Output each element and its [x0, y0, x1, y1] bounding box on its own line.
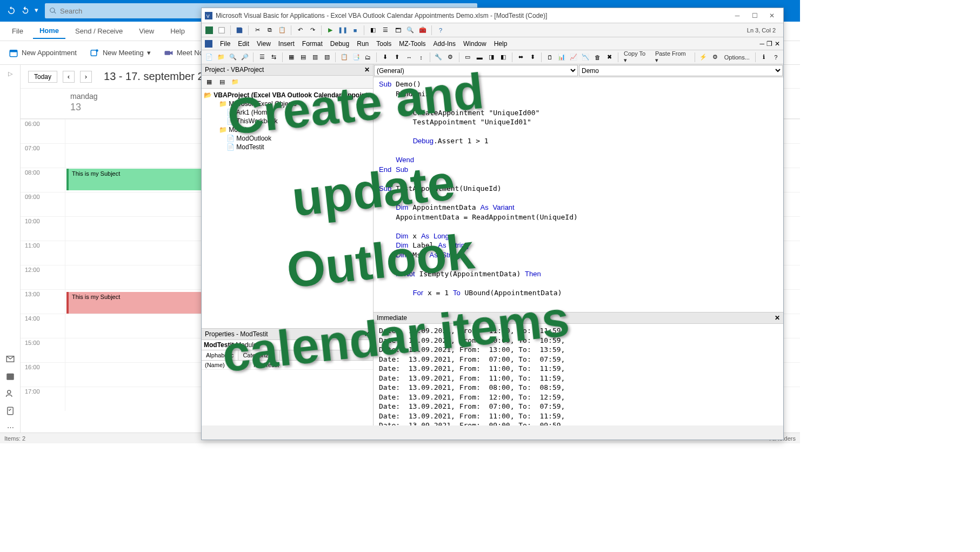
tb-icon[interactable]: ▤ [298, 52, 308, 63]
project-tree[interactable]: 📂 VBAProject (Excel VBA Outlook Calendar… [202, 89, 373, 328]
tab-view[interactable]: View [132, 24, 161, 38]
tb-icon[interactable]: ▬ [475, 52, 485, 63]
tb-icon[interactable]: 🗂 [363, 52, 373, 63]
tb-icon[interactable]: ◨ [486, 52, 497, 63]
copy-to-button[interactable]: Copy To ▾ [622, 50, 651, 64]
new-appointment-button[interactable]: New Appointment [3, 46, 82, 60]
menu-edit[interactable]: Edit [238, 40, 249, 48]
paste-icon[interactable]: 📋 [277, 25, 288, 36]
tree-item[interactable]: 📁 Microsoft Excel Objects [204, 99, 371, 108]
appointment[interactable]: This is my Subject [66, 169, 212, 190]
help-icon[interactable]: ? [435, 25, 446, 36]
menu-view[interactable]: View [257, 40, 271, 48]
calendar-nav-icon[interactable] [5, 371, 15, 381]
tb-icon[interactable]: ℹ [759, 52, 769, 63]
tb-icon[interactable]: ⬇ [380, 52, 390, 63]
object-dropdown[interactable]: (General) [374, 65, 578, 76]
tb-icon[interactable]: 🔧 [434, 52, 444, 63]
run-icon[interactable]: ▶ [325, 25, 336, 36]
appointment[interactable]: This is my Subject [66, 292, 212, 314]
menu-debug[interactable]: Debug [330, 40, 349, 48]
tree-item[interactable]: 📄 ModOutlook [204, 134, 371, 143]
mdi-restore-icon[interactable]: ❐ [766, 40, 772, 48]
view-object-icon[interactable]: ▤ [217, 77, 228, 88]
tb-icon[interactable]: ⚡ [698, 52, 709, 63]
tb-icon[interactable]: ▧ [322, 52, 332, 63]
mail-icon[interactable] [5, 354, 15, 364]
maximize-button[interactable]: ☐ [746, 10, 763, 21]
copy-icon[interactable]: ⧉ [264, 25, 275, 36]
sync-icon[interactable] [6, 6, 16, 16]
tab-help[interactable]: Help [164, 24, 191, 38]
tree-item[interactable]: 📄 ThisWorkbook [204, 117, 371, 125]
tb-icon[interactable]: 📊 [557, 52, 567, 63]
close-project-icon[interactable]: ✕ [364, 66, 370, 74]
tb-icon[interactable]: 📁 [216, 52, 226, 63]
tb-icon[interactable]: ⇆ [269, 52, 279, 63]
tb-icon[interactable]: ⬆ [392, 52, 402, 63]
design-mode-icon[interactable]: ◧ [368, 25, 378, 36]
tb-icon[interactable]: ↔ [404, 52, 415, 63]
menu-tools[interactable]: Tools [376, 40, 391, 48]
menu-mztools[interactable]: MZ-Tools [399, 40, 425, 48]
more-icon[interactable]: ⋯ [7, 423, 14, 431]
settings-icon[interactable]: ⚙ [710, 52, 721, 63]
menu-run[interactable]: Run [357, 40, 369, 48]
module-selector[interactable]: ModTestit Module [202, 340, 373, 350]
new-meeting-button[interactable]: New Meeting ▾ [84, 46, 156, 60]
menu-format[interactable]: Format [302, 40, 323, 48]
options-button[interactable]: Options... [722, 54, 752, 61]
properties-grid[interactable]: (Name) ModTestit [202, 361, 373, 425]
tb-icon[interactable]: 📋 [339, 52, 349, 63]
mdi-close-icon[interactable]: ✕ [775, 40, 780, 48]
toolbox-icon[interactable]: 🧰 [417, 25, 428, 36]
tb-icon[interactable]: ⬌ [516, 52, 526, 63]
menu-insert[interactable]: Insert [278, 40, 295, 48]
close-properties-icon[interactable]: ✕ [364, 330, 370, 338]
immediate-body[interactable]: Date: 13.09.2021, From: 11:00, To: 11:59… [374, 324, 783, 425]
tb-icon[interactable]: ◧ [498, 52, 509, 63]
undo-icon[interactable]: ↶ [295, 25, 305, 36]
redo-icon[interactable]: ↷ [307, 25, 318, 36]
code-editor[interactable]: Sub Demo() Randomize CreateAppointment "… [374, 77, 783, 312]
save-icon[interactable] [234, 25, 245, 36]
tree-item[interactable]: 📄 ModTestit [204, 143, 371, 151]
undo-icon[interactable] [21, 6, 30, 16]
tb-icon[interactable]: ↕ [416, 52, 426, 63]
tasks-icon[interactable] [5, 406, 15, 416]
tb-icon[interactable]: ▦ [286, 52, 296, 63]
cut-icon[interactable]: ✂ [252, 25, 263, 36]
tree-item[interactable]: 📄 Ark1 (Home) [204, 108, 371, 117]
tb-icon[interactable]: 📉 [581, 52, 591, 63]
menu-help[interactable]: Help [494, 40, 508, 48]
excel-icon[interactable] [204, 25, 215, 36]
expand-sidebar-button[interactable]: ▷ [8, 70, 12, 77]
property-row[interactable]: (Name) ModTestit [202, 361, 373, 370]
dropdown-icon[interactable]: ▾ [35, 6, 38, 16]
tb-icon[interactable]: ✖ [604, 52, 615, 63]
tab-categorized[interactable]: Categorized [238, 350, 279, 360]
tb-icon[interactable]: ▭ [463, 52, 473, 63]
app-menu-icon[interactable] [205, 40, 212, 48]
tb-icon[interactable]: ☰ [257, 52, 267, 63]
tab-send-receive[interactable]: Send / Receive [69, 24, 129, 38]
menu-window[interactable]: Window [463, 40, 486, 48]
mdi-min-icon[interactable]: ─ [759, 40, 764, 48]
tb-icon[interactable]: 🔍 [228, 52, 238, 63]
tb-icon[interactable]: ⚙ [445, 52, 456, 63]
object-browser-icon[interactable]: 🔍 [405, 25, 416, 36]
pause-icon[interactable]: ❚❚ [337, 25, 348, 36]
minimize-button[interactable]: ─ [729, 10, 745, 21]
tab-home[interactable]: Home [33, 23, 65, 39]
close-button[interactable]: ✕ [764, 10, 780, 21]
tb-icon[interactable]: 📈 [569, 52, 579, 63]
properties-icon[interactable]: 🗔 [392, 25, 403, 36]
property-value[interactable]: ModTestit [250, 361, 282, 369]
stop-icon[interactable]: ■ [350, 25, 361, 36]
tree-item[interactable]: 📂 VBAProject (Excel VBA Outlook Calendar… [204, 91, 371, 99]
folder-icon[interactable]: 📁 [230, 77, 241, 88]
tb-icon[interactable]: ▥ [310, 52, 320, 63]
vba-titlebar[interactable]: V Microsoft Visual Basic for Application… [202, 8, 783, 23]
tb-icon[interactable]: ⬍ [528, 52, 538, 63]
procedure-dropdown[interactable]: Demo [579, 65, 783, 76]
